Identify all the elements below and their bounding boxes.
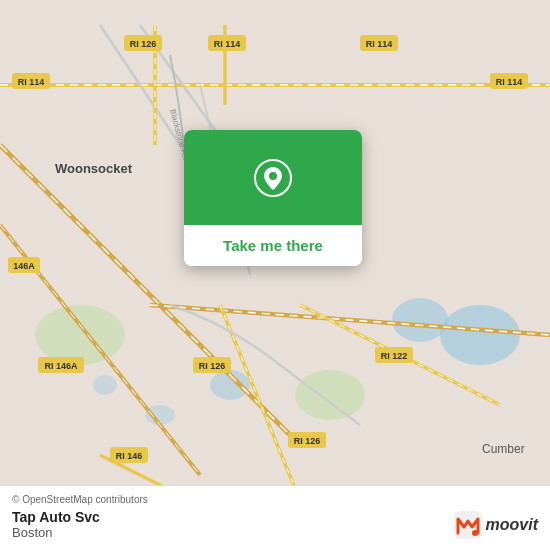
svg-text:RI 146: RI 146 (116, 451, 143, 461)
svg-text:RI 126: RI 126 (294, 436, 321, 446)
place-city: Boston (12, 525, 100, 540)
place-info: Tap Auto Svc Boston (12, 509, 100, 540)
svg-point-2 (295, 370, 365, 420)
popup-card: Take me there (184, 130, 362, 266)
svg-text:RI 114: RI 114 (496, 77, 523, 87)
svg-text:RI 114: RI 114 (18, 77, 45, 87)
svg-rect-0 (0, 25, 550, 525)
bottom-info: Tap Auto Svc Boston moovit (12, 509, 538, 540)
moovit-logo[interactable]: moovit (454, 511, 538, 539)
map-container: RI 126 RI 114 RI 114 RI 114 RI 114 146A … (0, 0, 550, 550)
svg-text:Cumber: Cumber (482, 442, 525, 456)
svg-point-4 (440, 305, 520, 365)
svg-text:RI 146A: RI 146A (44, 361, 78, 371)
svg-text:RI 114: RI 114 (214, 39, 241, 49)
location-pin-icon (254, 159, 292, 197)
moovit-text: moovit (486, 516, 538, 534)
svg-text:RI 126: RI 126 (130, 39, 157, 49)
take-me-there-button[interactable]: Take me there (184, 225, 362, 266)
svg-text:146A: 146A (13, 261, 35, 271)
svg-point-3 (392, 298, 448, 342)
svg-point-53 (269, 172, 277, 180)
popup-green-area (184, 130, 362, 225)
attribution: © OpenStreetMap contributors (12, 494, 538, 505)
svg-text:RI 126: RI 126 (199, 361, 226, 371)
moovit-m-icon (454, 511, 482, 539)
svg-point-55 (472, 530, 478, 536)
svg-text:Woonsocket: Woonsocket (55, 161, 133, 176)
bottom-bar: © OpenStreetMap contributors Tap Auto Sv… (0, 485, 550, 550)
map-svg: RI 126 RI 114 RI 114 RI 114 RI 114 146A … (0, 0, 550, 550)
place-name: Tap Auto Svc (12, 509, 100, 525)
svg-text:RI 122: RI 122 (381, 351, 408, 361)
svg-point-7 (93, 375, 117, 395)
svg-text:RI 114: RI 114 (366, 39, 393, 49)
svg-point-1 (35, 305, 125, 365)
